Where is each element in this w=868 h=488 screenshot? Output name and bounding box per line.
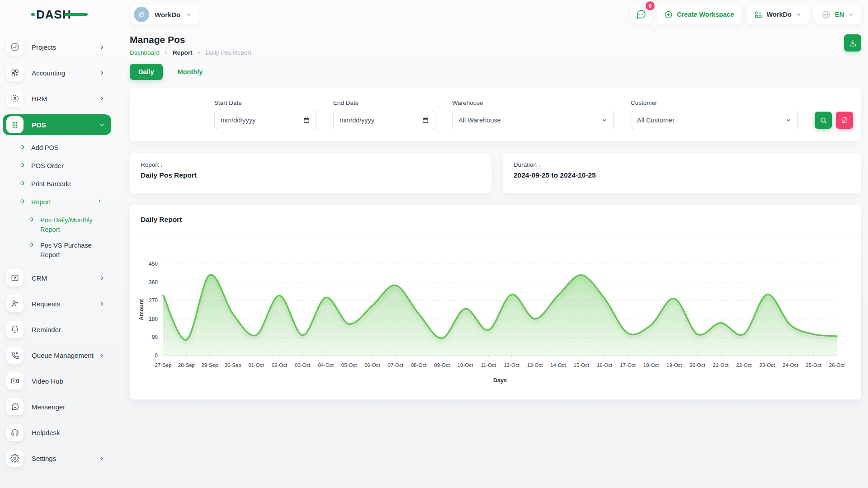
sidebar-item-accounting[interactable]: Accounting	[6, 63, 111, 83]
app-logo[interactable]: DASH	[31, 7, 90, 22]
end-date-input[interactable]: mm/dd/yyyy	[333, 111, 435, 129]
language-menu[interactable]: EN	[814, 5, 861, 24]
x-axis-label: 14-Oct	[550, 362, 566, 368]
x-axis-label: 19-Oct	[666, 362, 682, 368]
start-date-input[interactable]: mm/dd/yyyy	[214, 111, 316, 129]
sidebar-item-report[interactable]: Report	[6, 197, 111, 209]
x-axis-label: 21-Oct	[713, 362, 729, 368]
sidebar-item-crm[interactable]: CRM	[6, 268, 111, 288]
customer-select[interactable]: All Customer	[631, 111, 798, 129]
language-label: EN	[835, 11, 844, 18]
x-axis-label: 13-Oct	[527, 362, 543, 368]
grid-plus-icon	[754, 10, 763, 19]
daily-report-card: Daily Report 09018027036045027-Sep28-Sep…	[130, 205, 861, 399]
x-axis-label: 26-Oct	[829, 362, 845, 368]
x-axis-label: 01-Oct	[248, 362, 264, 368]
breadcrumb-dashboard[interactable]: Dashboard	[130, 49, 160, 56]
sidebar-item-pos-vs-purchase-report[interactable]: Pos VS Purchase Report	[6, 241, 111, 260]
chevron-down-icon	[785, 117, 792, 123]
bullet-icon	[19, 198, 25, 204]
crm-icon	[6, 269, 24, 286]
sidebar-item-add-pos[interactable]: Add POS	[6, 143, 111, 155]
create-workspace-label: Create Workspace	[677, 11, 734, 18]
chevron-down-icon	[796, 12, 802, 18]
chevron-down-icon	[601, 117, 608, 123]
sidebar-item-video-hub[interactable]: Video Hub	[6, 371, 111, 391]
page-title: Manage Pos	[130, 34, 251, 45]
x-axis-label: 04-Oct	[318, 362, 334, 368]
chevron-right-icon	[99, 70, 105, 76]
sidebar-item-pos[interactable]: POS	[3, 114, 111, 135]
report-value: Daily Pos Report	[141, 171, 481, 179]
sidebar-item-settings[interactable]: Settings	[6, 448, 111, 468]
create-workspace-button[interactable]: Create Workspace	[657, 5, 741, 24]
x-axis-label: 08-Oct	[411, 362, 427, 368]
gear-icon	[6, 450, 24, 467]
reset-filter-button[interactable]	[836, 112, 853, 129]
warehouse-select[interactable]: All Warehouse	[452, 111, 614, 129]
top-header: DASH WorkDo 0 Create Workspace	[0, 0, 868, 28]
sidebar-item-pos-daily-monthly-report[interactable]: Pos Daily/Monthly Report	[6, 216, 111, 235]
chevron-right-icon	[164, 50, 169, 55]
y-axis-tick: 180	[149, 316, 158, 322]
x-axis-label: 18-Oct	[643, 362, 659, 368]
x-axis-title: Days	[493, 377, 507, 384]
x-axis-label: 16-Oct	[597, 362, 613, 368]
x-axis-label: 02-Oct	[272, 362, 288, 368]
bell-icon	[6, 321, 24, 338]
x-axis-label: 22-Oct	[736, 362, 752, 368]
search-icon	[820, 117, 827, 124]
sidebar-item-hrm[interactable]: HRM	[6, 89, 111, 108]
y-axis-tick: 360	[149, 279, 158, 286]
user-plus-icon	[6, 295, 24, 312]
customer-field: Customer All Customer	[631, 99, 798, 129]
account-menu[interactable]: WorkDo	[747, 5, 809, 24]
hrm-person-icon	[6, 90, 24, 107]
filter-card: Start Date mm/dd/yyyy End Date mm/dd/yyy…	[130, 88, 861, 141]
sidebar-item-print-barcode[interactable]: Print Barcode	[6, 179, 111, 191]
main-content: Manage Pos Dashboard Report Daily Pos Re…	[130, 34, 861, 399]
workspace-switcher[interactable]: WorkDo	[131, 5, 199, 24]
warehouse-field: Warehouse All Warehouse	[452, 99, 614, 129]
search-button[interactable]	[815, 112, 832, 129]
sidebar-item-requests[interactable]: Requests	[6, 294, 111, 314]
daily-report-area-chart: 09018027036045027-Sep28-Sep29-Sep30-Sep0…	[136, 246, 855, 388]
workspace-name: WorkDo	[155, 11, 180, 19]
breadcrumb-current: Daily Pos Report	[206, 49, 251, 56]
chevron-right-icon	[99, 352, 105, 358]
bullet-icon	[19, 162, 25, 168]
download-report-button[interactable]	[844, 34, 861, 52]
breadcrumb-report[interactable]: Report	[173, 49, 193, 56]
area-series-fill	[163, 275, 837, 356]
calendar-icon[interactable]	[422, 117, 429, 124]
sidebar-item-pos-order[interactable]: POS Order	[6, 161, 111, 173]
message-bubble-icon	[6, 398, 24, 415]
duration-summary-card: Duration : 2024-09-25 to 2024-10-25	[503, 153, 861, 193]
notifications-button[interactable]: 0	[631, 5, 651, 24]
y-axis-title: Amount	[138, 299, 145, 320]
x-axis-label: 10-Oct	[458, 362, 473, 368]
headphones-icon	[6, 424, 24, 441]
x-axis-label: 05-Oct	[341, 362, 357, 368]
filter-actions	[815, 100, 853, 129]
notification-badge: 0	[646, 1, 655, 10]
sidebar-item-queue-management[interactable]: Queue Management	[6, 345, 111, 365]
bullet-icon	[19, 180, 25, 186]
tab-monthly[interactable]: Monthly	[169, 64, 212, 80]
sidebar-item-projects[interactable]: Projects	[6, 37, 111, 57]
sidebar-item-messenger[interactable]: Messenger	[6, 397, 111, 417]
summary-row: Report : Daily Pos Report Duration : 202…	[130, 153, 861, 193]
check-square-icon	[6, 38, 24, 56]
sidebar-item-reminder[interactable]: Reminder	[6, 319, 111, 339]
x-axis-label: 17-Oct	[620, 362, 636, 368]
x-axis-label: 20-Oct	[689, 362, 705, 368]
account-label: WorkDo	[767, 11, 792, 18]
globe-icon	[821, 10, 831, 19]
calendar-icon[interactable]	[303, 117, 310, 124]
x-axis-label: 23-Oct	[760, 362, 775, 368]
x-axis-label: 11-Oct	[481, 362, 496, 368]
chevron-right-icon	[99, 96, 105, 102]
y-axis-tick: 90	[152, 334, 158, 340]
tab-daily[interactable]: Daily	[130, 64, 163, 80]
sidebar-item-helpdesk[interactable]: Helpdesk	[6, 422, 111, 442]
